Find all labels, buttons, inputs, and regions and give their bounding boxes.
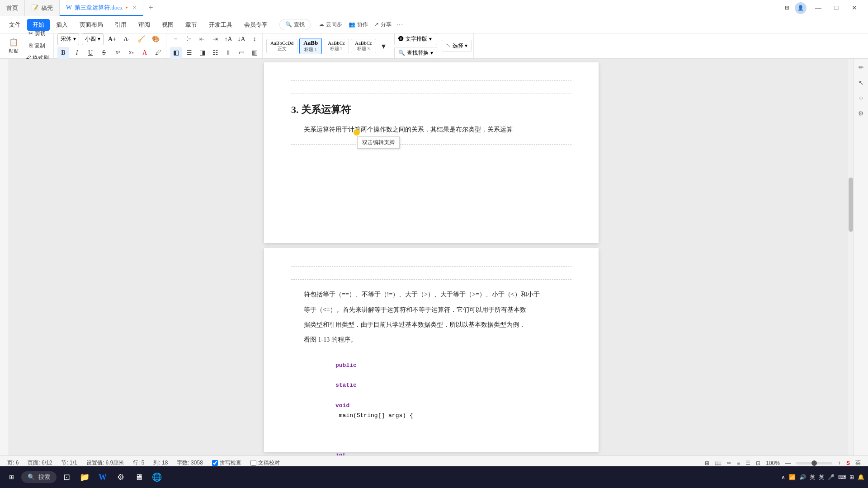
strikethrough-button[interactable]: S: [98, 47, 110, 59]
taskbar-app2[interactable]: 🌐: [149, 469, 165, 485]
taskbar-explorer[interactable]: 📁: [76, 469, 93, 485]
user-avatar[interactable]: 👤: [795, 2, 807, 14]
bold-button[interactable]: B: [57, 47, 69, 59]
menu-insert[interactable]: 插入: [51, 19, 73, 31]
document-scroll[interactable]: 3. 关系运算符 关系运算符用于计算两个操作数之间的关系．其结果是布尔类型．关系…: [9, 59, 854, 455]
doc-review-toggle[interactable]: 文稿校对: [250, 459, 280, 467]
right-settings-icon[interactable]: ⚙: [856, 108, 866, 118]
taskbar-notification-icon[interactable]: 🔔: [858, 474, 864, 481]
menu-review[interactable]: 审阅: [133, 19, 156, 31]
zoom-slider[interactable]: [796, 462, 832, 465]
tab-home[interactable]: 首页: [0, 0, 25, 16]
collab2-btn[interactable]: 👥 协作: [349, 21, 368, 28]
align-justify-button[interactable]: ☷: [209, 47, 221, 59]
subscript-button[interactable]: X₂: [125, 47, 137, 59]
status-view-text-icon[interactable]: ≡: [737, 460, 740, 466]
align-left-button[interactable]: ◧: [170, 47, 182, 59]
share-btn[interactable]: ↗ 分享: [374, 21, 392, 28]
scrollbar[interactable]: [848, 59, 854, 455]
numbered-list-button[interactable]: ⁚≡: [183, 33, 195, 45]
menu-chapter[interactable]: 章节: [180, 19, 203, 31]
text-shrink-button[interactable]: ↓A: [236, 33, 247, 45]
clear-format-button[interactable]: 🧹: [135, 33, 147, 45]
tab-doc-close[interactable]: ✕: [132, 5, 137, 10]
status-lang-icon[interactable]: 英: [855, 459, 861, 467]
menu-reference[interactable]: 引用: [109, 19, 132, 31]
font-shrink-button[interactable]: A-: [121, 33, 132, 45]
font-name-selector[interactable]: 宋体 ▾: [57, 33, 79, 45]
select-btn[interactable]: ↖ 选择 ▾: [442, 40, 472, 52]
menu-view[interactable]: 视图: [156, 19, 179, 31]
superscript-button[interactable]: X²: [112, 47, 123, 59]
more-menu-btn[interactable]: ⋯: [396, 20, 403, 29]
search-bar[interactable]: 🔍 查找: [279, 19, 311, 30]
indent-button[interactable]: ⇥: [209, 33, 221, 45]
right-cursor-icon[interactable]: ↖: [856, 78, 866, 88]
zoom-slider-thumb[interactable]: [811, 460, 817, 466]
status-view-web-icon[interactable]: ✏: [727, 460, 731, 466]
page1-footer[interactable]: 双击编辑页脚: [291, 144, 571, 158]
taskbar-app1[interactable]: 🖥: [131, 469, 147, 485]
taskbar-keyboard-icon[interactable]: ⌨: [838, 474, 846, 481]
status-zoom-in-btn[interactable]: +: [838, 460, 841, 466]
collab-btn[interactable]: ☁ 云同步: [319, 21, 342, 28]
line-spacing-button[interactable]: ↕: [249, 33, 260, 45]
page2-text2[interactable]: 等于（<=）。首先来讲解等于运算符和不等于运算符．它们可以用于所有基本数: [291, 304, 571, 315]
underline-button[interactable]: U: [85, 47, 96, 59]
paste-button[interactable]: 📋 粘贴: [5, 36, 22, 56]
status-view-focus-icon[interactable]: ⊡: [756, 460, 760, 466]
right-edit-icon[interactable]: ✏: [856, 62, 866, 72]
menu-page-layout[interactable]: 页面布局: [74, 19, 108, 31]
tab-draft[interactable]: 📝 稿壳: [25, 0, 60, 16]
taskbar-wps[interactable]: W: [94, 469, 111, 485]
italic-button[interactable]: I: [71, 47, 83, 59]
font-size-selector[interactable]: 小四 ▾: [82, 33, 104, 45]
taskbar-more-icon[interactable]: ⊞: [849, 474, 854, 481]
taskbar-network-icon[interactable]: 📶: [789, 474, 796, 481]
style-manager-btn[interactable]: 🅐 文字排版 ▾: [394, 33, 437, 45]
menu-devtools[interactable]: 开发工具: [203, 19, 238, 31]
style-heading2[interactable]: AaBbCc 标题 2: [324, 39, 349, 53]
font-color-button[interactable]: A: [139, 47, 151, 59]
close-button[interactable]: ✕: [848, 2, 861, 14]
align-right-button[interactable]: ◨: [196, 47, 208, 59]
align-center-button[interactable]: ☰: [183, 47, 195, 59]
doc-review-checkbox[interactable]: [250, 460, 256, 466]
font-grow-button[interactable]: A+: [106, 33, 118, 45]
bullet-list-button[interactable]: ≡: [170, 33, 182, 45]
right-shape-icon[interactable]: ○: [856, 93, 866, 103]
code-block[interactable]: public static void main(String[] args) {…: [291, 351, 571, 455]
scrollbar-thumb[interactable]: [849, 178, 853, 232]
start-button[interactable]: ⊞: [4, 468, 19, 486]
minimize-button[interactable]: —: [812, 2, 825, 14]
status-zoom-out-btn[interactable]: —: [785, 460, 791, 466]
style-heading1[interactable]: AaBb 标题 1: [299, 38, 322, 54]
highlight-button[interactable]: 🖊: [152, 47, 164, 59]
page1-text1[interactable]: 关系运算符用于计算两个操作数之间的关系．其结果是布尔类型．关系运算: [291, 124, 571, 135]
taskbar-settings[interactable]: ⚙: [113, 469, 129, 485]
page2-text3[interactable]: 据类型和引用类型．由于目前只学过基本数据类型，所以以基本数据类型为例．: [291, 319, 571, 330]
taskbar-chevron-icon[interactable]: ∧: [781, 474, 785, 481]
spell-check-toggle[interactable]: 拼写检查: [212, 459, 241, 467]
text-grow-button[interactable]: ↑A: [222, 33, 234, 45]
tab-doc[interactable]: W 第三章运算符.docx ● ✕: [60, 0, 143, 16]
spell-check-checkbox[interactable]: [212, 460, 218, 466]
cut-button[interactable]: ✂ 剪切: [23, 28, 52, 39]
style-normal[interactable]: AaBbCcDd 正文: [266, 39, 297, 53]
maximize-button[interactable]: □: [830, 2, 843, 14]
status-view-print-icon[interactable]: ⊞: [705, 460, 709, 466]
taskbar-mic-icon[interactable]: 🎤: [828, 474, 835, 481]
tab-add-button[interactable]: +: [143, 0, 159, 16]
find-replace-btn[interactable]: 🔍 查找替换 ▾: [394, 47, 437, 59]
menu-vip[interactable]: 会员专享: [239, 19, 273, 31]
outdent-button[interactable]: ⇤: [196, 33, 208, 45]
taskbar-task-view[interactable]: ⊡: [58, 469, 75, 485]
column-button[interactable]: ⫴: [222, 47, 234, 59]
shading-button[interactable]: ▥: [249, 47, 260, 59]
copy-button[interactable]: ⎘ 复制: [23, 40, 52, 52]
page2-text4[interactable]: 看图 1-13 的程序。: [291, 334, 571, 345]
style-dropdown-btn[interactable]: ▾: [378, 40, 390, 52]
taskbar-sound-icon[interactable]: 🔊: [799, 474, 806, 481]
taskbar-ime-icon[interactable]: 英: [819, 474, 824, 481]
color-adjust-button[interactable]: 🎨: [150, 33, 161, 45]
